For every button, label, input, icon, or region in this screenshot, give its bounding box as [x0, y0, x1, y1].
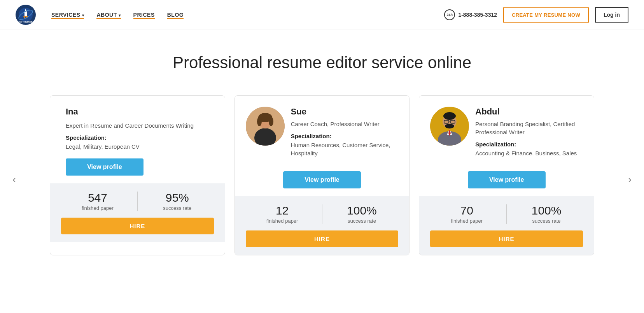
stat-sue-finished: 12 finished paper: [246, 204, 319, 224]
stat-abdul-finished-number: 70: [430, 204, 503, 217]
logo-area[interactable]: CRAFT RESUMES: [16, 5, 36, 25]
card-abdul-top: Abdul Personal Branding Specialist, Cert…: [419, 96, 594, 196]
svg-point-13: [257, 117, 262, 126]
stat-ina-divider: [137, 192, 138, 211]
stat-abdul-finished: 70 finished paper: [430, 204, 503, 224]
stat-sue-success: 100% success rate: [326, 204, 399, 224]
phone-area: 24h 1-888-385-3312: [444, 9, 497, 20]
stat-ina-success-number: 95%: [141, 191, 214, 204]
hero-section: Professional resume editor service onlin…: [0, 30, 644, 88]
card-abdul-bottom: 70 finished paper 100% success rate HIRE: [419, 196, 594, 255]
stat-ina-finished-label: finished paper: [82, 205, 114, 211]
create-resume-button[interactable]: CREATE MY RESUME NOW: [503, 7, 589, 23]
svg-text:CRAFT RESUMES: CRAFT RESUMES: [17, 21, 34, 23]
card-ina-top: Ina Expert in Resume and Career Document…: [50, 96, 225, 183]
view-profile-button-abdul[interactable]: View profile: [468, 171, 546, 188]
card-abdul: Abdul Personal Branding Specialist, Cert…: [419, 95, 594, 255]
svg-point-22: [445, 124, 454, 128]
stat-ina-finished: 547 finished paper: [61, 191, 134, 211]
stat-sue-finished-label: finished paper: [266, 218, 298, 224]
card-abdul-avatar: [430, 107, 469, 146]
card-sue-stats: 12 finished paper 100% success rate: [246, 204, 399, 224]
login-button[interactable]: Log in: [595, 7, 628, 23]
card-ina-title: Expert in Resume and Career Documents Wr…: [66, 121, 209, 130]
hire-button-sue[interactable]: HIRE: [246, 230, 399, 247]
carousel-prev-button[interactable]: ‹: [8, 170, 21, 189]
phone-24h-icon: 24h: [444, 9, 455, 20]
card-abdul-spec-value: Accounting & Finance, Business, Sales: [475, 149, 583, 157]
view-profile-button-ina[interactable]: View profile: [66, 158, 144, 176]
stat-abdul-divider: [506, 204, 507, 224]
svg-rect-3: [24, 12, 27, 16]
carousel-section: ‹ Ina Expert in Resume and Career Docume…: [0, 88, 644, 271]
card-ina-stats: 547 finished paper 95% success rate: [61, 191, 214, 211]
card-sue-title: Career Coach, Professional Writer: [291, 120, 399, 128]
phone-number: 1-888-385-3312: [458, 12, 497, 18]
cards-container: Ina Expert in Resume and Career Document…: [50, 95, 594, 255]
card-ina-info: Ina Expert in Resume and Career Document…: [66, 107, 209, 151]
nav-about[interactable]: ABOUT: [96, 12, 121, 18]
stat-ina-success: 95% success rate: [141, 191, 214, 211]
logo-icon: CRAFT RESUMES: [16, 5, 36, 25]
card-sue-spec-label: Specialization:: [291, 133, 399, 139]
card-sue-top: Sue Career Coach, Professional Writer Sp…: [235, 96, 410, 196]
stat-ina-finished-number: 547: [61, 191, 134, 204]
card-ina-spec-label: Specialization:: [66, 134, 209, 141]
navbar: CRAFT RESUMES SERVICES ABOUT PRICES BLOG…: [0, 0, 644, 30]
nav-links: SERVICES ABOUT PRICES BLOG: [51, 12, 444, 18]
hire-button-abdul[interactable]: HIRE: [430, 230, 583, 247]
stat-abdul-finished-label: finished paper: [451, 218, 483, 224]
card-sue-header: Sue Career Coach, Professional Writer Sp…: [246, 107, 399, 165]
card-abdul-info: Abdul Personal Branding Specialist, Cert…: [475, 107, 583, 165]
stat-ina-success-label: success rate: [163, 205, 191, 211]
stat-sue-success-label: success rate: [348, 218, 376, 224]
card-sue-bottom: 12 finished paper 100% success rate HIRE: [235, 196, 410, 255]
card-ina-bottom: 547 finished paper 95% success rate HIRE: [50, 183, 225, 242]
card-ina: Ina Expert in Resume and Career Document…: [50, 95, 225, 255]
svg-point-14: [269, 117, 273, 126]
card-ina-header: Ina Expert in Resume and Career Document…: [66, 107, 209, 151]
card-sue-info: Sue Career Coach, Professional Writer Sp…: [291, 107, 399, 165]
stat-sue-finished-number: 12: [246, 204, 319, 217]
hire-button-ina[interactable]: HIRE: [61, 218, 214, 234]
carousel-next-button[interactable]: ›: [623, 170, 636, 189]
card-sue-avatar: [246, 107, 285, 146]
card-abdul-stats: 70 finished paper 100% success rate: [430, 204, 583, 224]
card-abdul-header: Abdul Personal Branding Specialist, Cert…: [430, 107, 583, 165]
card-abdul-spec-label: Specialization:: [475, 141, 583, 148]
stat-abdul-success: 100% success rate: [510, 204, 583, 224]
view-profile-button-sue[interactable]: View profile: [283, 171, 361, 188]
nav-services[interactable]: SERVICES: [51, 12, 84, 18]
card-abdul-title: Personal Branding Specialist, Certified …: [475, 120, 583, 136]
hero-title: Professional resume editor service onlin…: [16, 53, 628, 72]
card-sue: Sue Career Coach, Professional Writer Sp…: [234, 95, 410, 255]
card-ina-name: Ina: [66, 107, 209, 117]
stat-abdul-success-number: 100%: [510, 204, 583, 217]
card-sue-spec-value: Human Resources, Customer Service, Hospi…: [291, 141, 399, 157]
nav-blog[interactable]: BLOG: [167, 12, 184, 18]
nav-prices[interactable]: PRICES: [133, 12, 155, 18]
card-sue-name: Sue: [291, 107, 399, 117]
stat-abdul-success-label: success rate: [532, 218, 561, 224]
card-ina-spec-value: Legal, Military, European CV: [66, 142, 209, 151]
svg-point-21: [443, 112, 456, 120]
stat-sue-divider: [322, 204, 322, 224]
nav-right: 24h 1-888-385-3312 CREATE MY RESUME NOW …: [444, 7, 628, 23]
stat-sue-success-number: 100%: [326, 204, 399, 217]
card-abdul-name: Abdul: [475, 107, 583, 117]
